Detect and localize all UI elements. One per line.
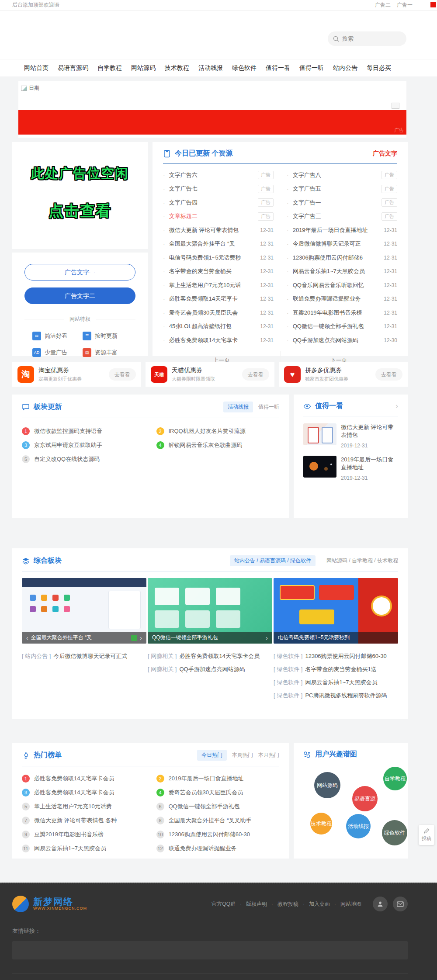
article-link[interactable]: 名字带金的麦当劳金桶买1送 <box>305 665 376 673</box>
slider-card[interactable]: ‹ 全国最大聚合外挂平台 “叉 › <box>22 578 146 644</box>
slider-card[interactable]: 电信号码免费领1~5元话费秒到 <box>274 578 398 644</box>
hot-link[interactable]: QQ微信一键领全部手游礼包 <box>169 803 240 810</box>
hot-link[interactable]: 联通免费办理漏话提醒业务 <box>169 845 237 852</box>
bubble-green-software[interactable]: 绿色软件 <box>382 820 407 845</box>
ad-words-link[interactable]: 广告文字 <box>373 150 397 158</box>
article-link[interactable]: 名字带金的麦当劳金桶买 <box>169 267 257 275</box>
article-link[interactable]: 爱奇艺会员领30天屈臣氏会 <box>169 309 257 317</box>
nav-item-daily-buy[interactable]: 每日必买 <box>367 64 391 72</box>
article-link[interactable]: 豆瓣2019年电影图书音乐榜 <box>293 309 381 317</box>
nav-item-notice[interactable]: 站内公告 <box>333 64 357 72</box>
ad-link[interactable]: 文字广告一 <box>293 199 378 207</box>
article-link[interactable]: QQ微信一键领全部手游礼包 <box>293 322 381 330</box>
submit-post-button[interactable]: 投稿 <box>419 825 434 845</box>
tab-month-hot[interactable]: 本月热门 <box>258 751 279 759</box>
hot-link[interactable]: 网易云音乐抽1~7天黑胶会员 <box>34 845 106 852</box>
bubble-yiyuyan[interactable]: 易语言源 <box>352 786 378 811</box>
category-links-active[interactable]: 站内公告 / 易语言源码 / 绿色软件 <box>230 555 316 566</box>
worth-item[interactable]: 微信大更新 评论可带表情包2019-12-31 <box>303 423 398 449</box>
article-link[interactable]: 2019年最后一场日食直播地址 <box>293 226 381 234</box>
tab-week-hot[interactable]: 本周热门 <box>232 751 253 759</box>
search-input[interactable] <box>342 35 395 42</box>
board-link[interactable]: 解锁网易云音乐灰色歌曲源码 <box>169 441 243 449</box>
article-link[interactable]: 必胜客免费领取14天宅享卡 <box>169 336 257 344</box>
ad-link[interactable]: 文章标题二 <box>169 212 254 220</box>
topbar-ad1-link[interactable]: 广告一 <box>397 1 413 9</box>
footer-logo[interactable]: 新梦网络 WWW.XINMENGCN.COM <box>12 896 87 912</box>
empty-ad-slot[interactable]: 此处广告位空闲 点击查看 <box>12 142 148 249</box>
tab-today-hot[interactable]: 今日热门 <box>197 750 227 761</box>
category-links-muted[interactable]: 网站源码 / 自学教程 / 技术教程 <box>321 557 398 564</box>
contact-person-button[interactable] <box>373 897 388 911</box>
footer-link-desktop[interactable]: 加入桌面 <box>309 901 330 907</box>
article-link[interactable]: 必胜客免费领取14天宅享卡会员 <box>179 652 259 660</box>
hot-link[interactable]: 掌上生活老用户7元充10元话费 <box>34 803 112 810</box>
board-link[interactable]: IRQQ机器人好友名片赞引流源 <box>169 427 246 435</box>
bubble-self-study[interactable]: 自学教程 <box>383 767 407 790</box>
article-link[interactable]: 全国最大聚合外挂平台 “叉 <box>169 240 257 248</box>
board-link[interactable]: 京东试用申请京豆获取助手 <box>34 441 102 449</box>
ad-text-button-2[interactable]: 广告文字二 <box>24 287 135 304</box>
ad-link[interactable]: 文字广告七 <box>169 185 254 193</box>
article-link[interactable]: 必胜客免费领取14天宅享卡 <box>169 295 257 303</box>
article-link[interactable]: 今后微信微博聊天记录可正式 <box>53 652 127 660</box>
ad-link[interactable]: 文字广告三 <box>293 212 378 220</box>
bubble-activity[interactable]: 活动线报 <box>346 814 371 838</box>
search-box[interactable] <box>328 31 406 46</box>
nav-item-worth-listen[interactable]: 值得一听 <box>299 64 324 72</box>
worth-item[interactable]: 2019年最后一场日食直播地址2019-12-31 <box>303 456 398 481</box>
nav-item-source[interactable]: 网站源码 <box>131 64 156 72</box>
article-link[interactable]: 电信号码免费领1~5元话费秒 <box>169 254 257 262</box>
chevron-right-icon[interactable]: › <box>395 402 398 411</box>
ad-link[interactable]: 文字广告八 <box>293 171 378 179</box>
bubble-website-source[interactable]: 网站源码 <box>314 772 340 798</box>
nav-item-activity[interactable]: 活动线报 <box>198 64 223 72</box>
nav-item-software[interactable]: 绿色软件 <box>232 64 257 72</box>
board-link[interactable]: 自定义改QQ在线状态源码 <box>34 455 100 463</box>
carousel-next-icon[interactable]: › <box>140 634 142 641</box>
hot-link[interactable]: 全国最大聚合外挂平台 “叉叉助手 <box>169 817 252 824</box>
article-link[interactable]: 12306购票使用云闪付邮储60-30 <box>305 652 386 660</box>
footer-link-submit[interactable]: 教程投稿 <box>277 901 298 907</box>
ad-text-button-1[interactable]: 广告文字一 <box>24 264 135 280</box>
go-see-button[interactable]: 去看看 <box>109 368 136 381</box>
ad-link[interactable]: 文字广告五 <box>293 185 378 193</box>
go-see-button[interactable]: 去看看 <box>242 368 269 381</box>
hot-link[interactable]: 爱奇艺会员领30天屈臣氏会员 <box>169 789 243 796</box>
ad-link[interactable]: 文字广告四 <box>169 199 254 207</box>
slider-card[interactable]: QQ微信一键领全部手游礼包 › <box>148 578 272 644</box>
carousel-next-icon[interactable]: › <box>266 634 268 641</box>
go-see-button[interactable]: 去看看 <box>375 368 402 381</box>
footer-link-sitemap[interactable]: 网站地图 <box>340 901 361 907</box>
article-link[interactable]: 45张LOL超高清壁纸打包 <box>169 322 257 330</box>
article-link[interactable]: QQ音乐网易云音乐听歌回忆 <box>293 281 381 289</box>
article-link[interactable]: 今后微信微博聊天记录可正 <box>293 240 381 248</box>
hot-link[interactable]: 豆瓣2019年电影图书音乐榜 <box>34 831 104 838</box>
hot-link[interactable]: 微信大更新 评论可带表情包 各种 <box>34 817 117 824</box>
footer-link-qq-group[interactable]: 官方QQ群 <box>212 901 236 907</box>
tab-worth-listen[interactable]: 值得一听 <box>258 403 279 411</box>
topbar-ad2-link[interactable]: 广告二 <box>375 1 391 9</box>
article-link[interactable]: 掌上生活老用户7元充10元话 <box>169 281 257 289</box>
article-link[interactable]: 12306购票使用云闪付邮储6 <box>293 254 381 262</box>
carousel-prev-icon[interactable]: ‹ <box>26 634 28 641</box>
article-link[interactable]: 微信大更新 评论可带表情包 <box>169 226 257 234</box>
board-link[interactable]: 微信收款监控源码支持语音 <box>34 427 102 435</box>
hot-link[interactable]: 必胜客免费领取14天宅享卡会员 <box>34 789 114 796</box>
mail-button[interactable] <box>393 897 408 911</box>
ad-link[interactable]: 文字广告六 <box>169 171 254 179</box>
article-link[interactable]: 网易云音乐抽1~7天黑胶会员 <box>293 267 381 275</box>
nav-item-tutorial[interactable]: 自学教程 <box>97 64 122 72</box>
nav-item-home[interactable]: 网站首页 <box>24 64 49 72</box>
tab-activity[interactable]: 活动线报 <box>223 402 253 412</box>
nav-item-yuyan[interactable]: 易语言源码 <box>58 64 88 72</box>
hot-link[interactable]: 2019年最后一场日食直播地址 <box>169 775 244 783</box>
article-link[interactable]: PC腾讯微视多线程刷赞软件源码 <box>305 692 387 700</box>
nav-item-tech[interactable]: 技术教程 <box>165 64 189 72</box>
hot-link[interactable]: 12306购票使用云闪付邮储60-30 <box>169 831 250 838</box>
article-link[interactable]: QQ手游加速点亮网站源码 <box>179 665 245 673</box>
ad-banner[interactable]: 广告 <box>18 110 406 135</box>
nav-item-worth-see[interactable]: 值得一看 <box>266 64 290 72</box>
bubble-tech-tutorial[interactable]: 技术教程 <box>310 813 332 835</box>
article-link[interactable]: 网易云音乐抽1~7天黑胶会员 <box>305 679 377 686</box>
